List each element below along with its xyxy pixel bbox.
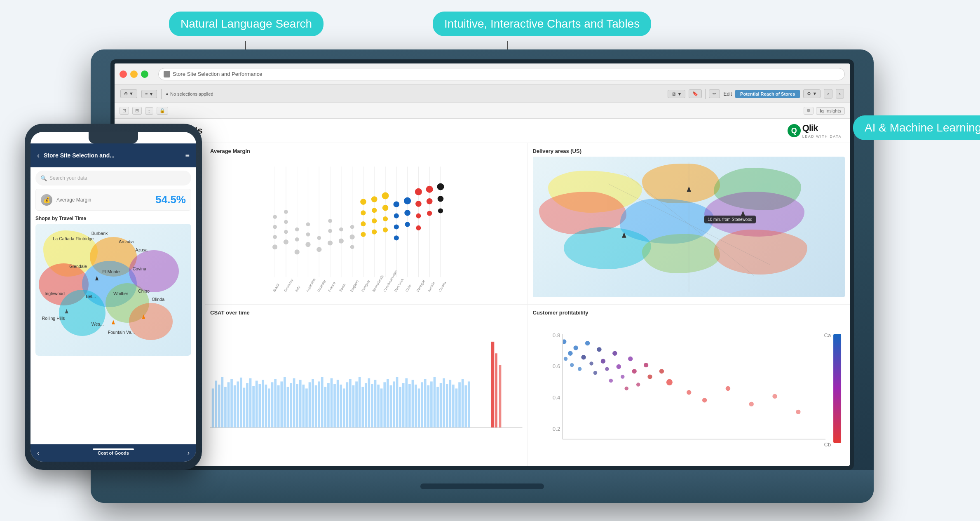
svg-text:Glendale: Glendale bbox=[69, 264, 87, 269]
mobile-nav-right[interactable]: › bbox=[188, 449, 190, 457]
svg-point-86 bbox=[350, 235, 355, 239]
svg-rect-173 bbox=[449, 380, 451, 428]
svg-rect-98 bbox=[215, 381, 217, 428]
svg-text:El Monte: El Monte bbox=[102, 269, 120, 274]
potential-reach-button[interactable]: Potential Reach of Stores bbox=[735, 90, 800, 98]
svg-point-69 bbox=[394, 201, 400, 207]
svg-text:Port USA: Port USA bbox=[394, 278, 405, 293]
qlik-q-icon: Q bbox=[788, 124, 801, 137]
toolbar-list-btn[interactable]: ≡ ▼ bbox=[141, 90, 157, 98]
toolbar-right: 🖥 ▼ 🔖 ✏ Edit Potential Reach of Stores ⚙… bbox=[668, 89, 844, 99]
svg-text:Whittier: Whittier bbox=[113, 291, 129, 296]
svg-rect-142 bbox=[352, 385, 355, 427]
profit-svg: Ca Cb bbox=[533, 318, 845, 459]
mobile-menu-button[interactable]: ≡ bbox=[185, 151, 190, 160]
svg-text:0.6: 0.6 bbox=[552, 363, 560, 369]
svg-text:Rolling Hills: Rolling Hills bbox=[42, 316, 65, 321]
svg-point-38 bbox=[273, 225, 277, 229]
toolbar-view-btn[interactable]: ⊕ ▼ bbox=[120, 89, 137, 98]
svg-rect-114 bbox=[265, 385, 267, 427]
svg-point-61 bbox=[371, 196, 377, 202]
svg-rect-160 bbox=[408, 384, 411, 427]
svg-point-68 bbox=[383, 228, 388, 232]
svg-point-193 bbox=[612, 351, 617, 356]
svg-marker-239 bbox=[65, 309, 68, 314]
toolbar-nav-prev[interactable]: ‹ bbox=[824, 89, 832, 99]
mobile-search-bar[interactable]: 🔍 Search your data bbox=[35, 171, 191, 185]
browser-btn-minimize[interactable] bbox=[130, 70, 138, 78]
toolbar-bookmark-btn[interactable]: 🔖 bbox=[689, 89, 702, 98]
svg-point-48 bbox=[306, 232, 310, 237]
toolbar2-grid-btn[interactable]: ⊞ bbox=[132, 107, 142, 115]
insights-button[interactable]: Iq Insights bbox=[816, 107, 845, 115]
svg-rect-135 bbox=[331, 378, 333, 427]
toolbar-separator bbox=[161, 89, 162, 99]
svg-point-208 bbox=[621, 375, 624, 378]
svg-rect-104 bbox=[234, 385, 236, 427]
svg-rect-116 bbox=[271, 382, 274, 427]
toolbar2-insight-settings-btn[interactable]: ⚙ bbox=[804, 107, 814, 115]
mobile-margin-value: 54.5% bbox=[155, 193, 186, 206]
svg-point-56 bbox=[339, 228, 343, 232]
mobile-nav-left[interactable]: ‹ bbox=[37, 449, 39, 457]
svg-rect-144 bbox=[359, 377, 361, 427]
svg-point-187 bbox=[573, 345, 578, 350]
svg-rect-137 bbox=[337, 380, 339, 428]
svg-rect-106 bbox=[240, 378, 242, 427]
svg-point-197 bbox=[643, 363, 648, 367]
svg-rect-122 bbox=[290, 383, 292, 427]
svg-point-87 bbox=[350, 225, 354, 229]
svg-point-200 bbox=[666, 379, 672, 385]
svg-point-213 bbox=[725, 386, 730, 391]
chart2-title: Delivery areas (US) bbox=[533, 148, 845, 154]
mobile-bottom-label: Cost of Goods bbox=[98, 451, 129, 455]
svg-point-195 bbox=[628, 357, 633, 361]
toolbar-pencil-btn[interactable]: ✏ bbox=[709, 89, 720, 98]
svg-text:Fountain Va...: Fountain Va... bbox=[108, 330, 135, 335]
toolbar-monitor-btn[interactable]: 🖥 ▼ bbox=[668, 90, 685, 98]
svg-rect-161 bbox=[412, 380, 414, 428]
browser-btn-maximize[interactable] bbox=[141, 70, 148, 78]
svg-rect-125 bbox=[299, 380, 302, 428]
svg-rect-171 bbox=[443, 378, 445, 427]
mobile-back-button[interactable]: ‹ bbox=[37, 151, 40, 160]
svg-text:Wes...: Wes... bbox=[91, 322, 104, 326]
svg-point-58 bbox=[361, 210, 366, 215]
svg-rect-133 bbox=[324, 387, 326, 427]
svg-rect-127 bbox=[305, 389, 308, 428]
svg-rect-153 bbox=[387, 379, 389, 427]
svg-rect-107 bbox=[243, 388, 246, 428]
svg-text:Covina: Covina bbox=[133, 266, 146, 271]
svg-text:Croatia: Croatia bbox=[438, 281, 447, 293]
mobile-metric-card: 💰 Average Margin 54.5% bbox=[35, 189, 191, 211]
svg-point-71 bbox=[394, 224, 399, 229]
svg-point-201 bbox=[563, 357, 567, 361]
toolbar-nav-next[interactable]: › bbox=[836, 89, 844, 99]
svg-rect-105 bbox=[237, 381, 239, 427]
svg-text:Uruguay: Uruguay bbox=[316, 279, 326, 293]
toolbar-settings-btn[interactable]: ⚙ ▼ bbox=[803, 89, 821, 98]
csat-chart-container bbox=[210, 318, 523, 459]
browser-btn-close[interactable] bbox=[120, 70, 127, 78]
svg-point-75 bbox=[405, 222, 410, 227]
svg-rect-117 bbox=[274, 379, 277, 427]
svg-rect-179 bbox=[468, 381, 470, 427]
toolbar2-lock-btn[interactable]: 🔒 bbox=[157, 107, 168, 115]
svg-point-83 bbox=[437, 183, 444, 190]
svg-rect-100 bbox=[221, 377, 224, 427]
svg-rect-121 bbox=[287, 387, 289, 427]
svg-rect-165 bbox=[424, 379, 427, 427]
toolbar2-expand-btn[interactable]: ⊡ bbox=[120, 107, 129, 115]
svg-point-206 bbox=[605, 367, 609, 371]
svg-text:Italy: Italy bbox=[294, 285, 301, 293]
svg-point-64 bbox=[372, 230, 377, 235]
svg-point-63 bbox=[372, 218, 377, 223]
svg-point-202 bbox=[570, 363, 573, 367]
svg-rect-152 bbox=[383, 382, 386, 427]
chart-profitability: Customer profitability bbox=[528, 305, 850, 466]
toolbar2-other-btn[interactable]: ↕ bbox=[145, 107, 153, 115]
browser-address-bar[interactable]: Store Site Selection and Performance bbox=[158, 68, 845, 80]
svg-point-79 bbox=[416, 225, 421, 230]
dashboard-grid: 💰 Average Margin 54.5% 30% bbox=[115, 143, 850, 466]
svg-rect-129 bbox=[312, 379, 314, 427]
